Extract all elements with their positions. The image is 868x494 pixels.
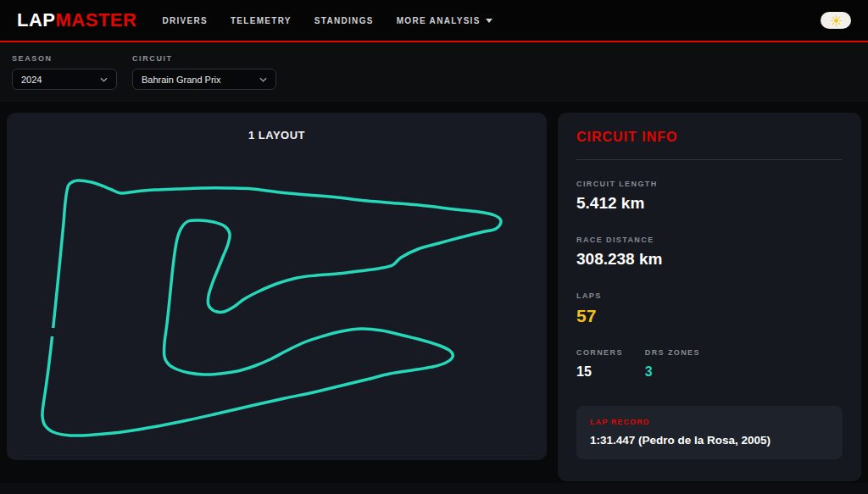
- drs-zones-value: 3: [645, 364, 700, 380]
- season-select-value: 2024: [21, 75, 42, 85]
- lap-record-label: LAP RECORD: [590, 418, 829, 426]
- nav-item-label: MORE ANALYSIS: [397, 16, 481, 25]
- bahrain-circuit-map: [7, 113, 547, 460]
- track-layout-panel: 1 LAYOUT: [7, 113, 547, 460]
- circuit-length-value: 5.412 km: [576, 194, 843, 213]
- nav-item-more-analysis[interactable]: MORE ANALYSIS: [397, 16, 492, 25]
- footer-strip: [0, 483, 868, 494]
- lapmaster-app: LAPMASTER DRIVERS TELEMETRY STANDINGS MO…: [0, 0, 868, 494]
- corners-value: 15: [576, 364, 623, 380]
- sun-icon: [831, 15, 842, 26]
- top-navigation-bar: LAPMASTER DRIVERS TELEMETRY STANDINGS MO…: [0, 0, 868, 42]
- season-select[interactable]: 2024: [12, 69, 117, 90]
- race-distance-stat: RACE DISTANCE 308.238 km: [576, 236, 843, 269]
- corners-drs-row: CORNERS 15 DRS ZONES 3: [576, 348, 843, 380]
- start-finish-gap: [47, 328, 58, 336]
- season-filter-group: SEASON 2024: [12, 54, 117, 90]
- circuit-info-title: CIRCUIT INFO: [576, 130, 843, 145]
- race-distance-value: 308.238 km: [576, 250, 843, 269]
- lap-record-value: 1:31.447 (Pedro de la Rosa, 2005): [590, 434, 829, 447]
- circuit-length-label: CIRCUIT LENGTH: [576, 180, 843, 188]
- divider: [576, 159, 843, 160]
- circuit-filter-group: CIRCUIT Bahrain Grand Prix: [132, 54, 276, 90]
- race-distance-label: RACE DISTANCE: [576, 236, 843, 244]
- main-nav: DRIVERS TELEMETRY STANDINGS MORE ANALYSI…: [162, 16, 492, 25]
- app-logo[interactable]: LAPMASTER: [17, 9, 136, 31]
- nav-item-telemetry[interactable]: TELEMETRY: [231, 16, 292, 25]
- corners-label: CORNERS: [576, 348, 623, 357]
- lap-record-card: LAP RECORD 1:31.447 (Pedro de la Rosa, 2…: [576, 406, 843, 459]
- circuit-select-value: Bahrain Grand Prix: [142, 75, 221, 85]
- drs-zones-label: DRS ZONES: [645, 348, 700, 357]
- circuit-select[interactable]: Bahrain Grand Prix: [132, 69, 276, 90]
- logo-part-lap: LAP: [17, 9, 56, 31]
- laps-label: LAPS: [576, 291, 843, 300]
- season-label: SEASON: [12, 54, 117, 63]
- filter-bar: SEASON 2024 CIRCUIT Bahrain Grand Prix: [0, 42, 868, 102]
- laps-stat: LAPS 57: [576, 291, 843, 326]
- theme-toggle-button[interactable]: [821, 12, 851, 29]
- circuit-info-panel: CIRCUIT INFO CIRCUIT LENGTH 5.412 km RAC…: [558, 113, 861, 481]
- caret-down-icon: [486, 19, 492, 23]
- nav-item-standings[interactable]: STANDINGS: [314, 16, 374, 25]
- circuit-length-stat: CIRCUIT LENGTH 5.412 km: [576, 180, 843, 213]
- laps-value: 57: [576, 306, 843, 326]
- circuit-label: CIRCUIT: [132, 54, 276, 63]
- nav-item-drivers[interactable]: DRIVERS: [162, 16, 208, 25]
- chevron-down-icon: [100, 77, 108, 82]
- corners-stat: CORNERS 15: [576, 348, 623, 380]
- logo-part-master: MASTER: [56, 9, 137, 31]
- chevron-down-icon: [259, 77, 267, 82]
- drs-zones-stat: DRS ZONES 3: [645, 348, 700, 380]
